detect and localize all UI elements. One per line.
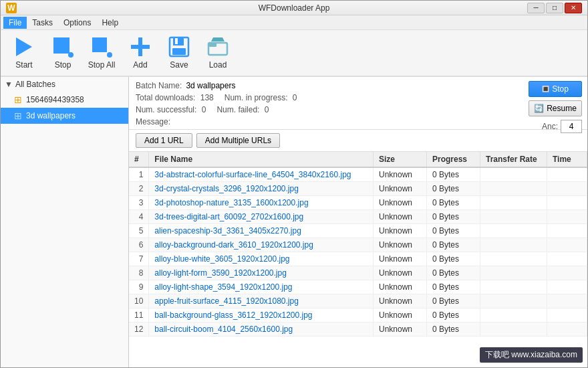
- col-time: Time: [547, 152, 587, 167]
- svg-rect-8: [131, 45, 150, 49]
- cell-progress: 0 Bytes: [427, 323, 480, 337]
- svg-rect-3: [53, 37, 69, 54]
- table-row[interactable]: 3 3d-photoshop-nature_3135_1600x1200.jpg…: [129, 196, 587, 210]
- cell-rate: [480, 280, 547, 294]
- stop-ctrl-button[interactable]: 🔳 Stop: [529, 81, 582, 97]
- batch-name-label: Batch Name:: [136, 81, 182, 90]
- cell-size: Unknown: [374, 182, 427, 196]
- cell-progress: 0 Bytes: [427, 238, 480, 252]
- right-controls: 🔳 Stop 🔄 Resume Anc:: [529, 81, 582, 133]
- cell-rate: [480, 294, 547, 308]
- cell-progress: 0 Bytes: [427, 308, 480, 323]
- cell-time: [547, 224, 587, 238]
- sidebar-batch-1-label: 1564694439358: [26, 95, 84, 104]
- table-row[interactable]: 8 alloy-light-form_3590_1920x1200.jpg Un…: [129, 266, 587, 280]
- col-rate: Transfer Rate: [480, 152, 547, 167]
- watermark-text: 下载吧: [485, 350, 509, 359]
- num-success-value: 0: [202, 105, 206, 114]
- anc-row: Anc:: [542, 120, 582, 133]
- start-button[interactable]: Start: [6, 33, 42, 72]
- cell-num: 11: [129, 308, 149, 323]
- maximize-button[interactable]: □: [546, 3, 563, 13]
- cell-time: [547, 266, 587, 280]
- cell-filename: alloy-blue-white_3605_1920x1200.jpg: [149, 252, 374, 266]
- cell-rate: [480, 266, 547, 280]
- table-row[interactable]: 7 alloy-blue-white_3605_1920x1200.jpg Un…: [129, 252, 587, 266]
- resume-ctrl-icon: 🔄: [534, 104, 544, 113]
- table-row[interactable]: 10 apple-fruit-surface_4115_1920x1080.jp…: [129, 294, 587, 308]
- load-button[interactable]: Load: [200, 33, 236, 72]
- svg-rect-5: [92, 37, 107, 52]
- stop-icon: [52, 36, 74, 58]
- folder-orange-icon: ⊞: [14, 94, 22, 105]
- cell-size: Unknown: [374, 196, 427, 210]
- stop-all-icon: [91, 36, 112, 58]
- sidebar-3d-wallpapers-label: 3d wallpapers: [26, 111, 76, 120]
- close-button[interactable]: ✕: [565, 3, 582, 13]
- file-table-container[interactable]: # File Name Size Progress Transfer Rate …: [129, 152, 587, 368]
- cell-time: [547, 252, 587, 266]
- table-row[interactable]: 11 ball-background-glass_3612_1920x1200.…: [129, 308, 587, 323]
- menu-bar: File Tasks Options Help: [1, 15, 587, 30]
- cell-num: 8: [129, 266, 149, 280]
- table-header: # File Name Size Progress Transfer Rate …: [129, 152, 587, 167]
- save-label: Save: [170, 60, 188, 70]
- cell-size: Unknown: [374, 224, 427, 238]
- cell-num: 12: [129, 323, 149, 337]
- cell-rate: [480, 252, 547, 266]
- cell-filename: 3d-photoshop-nature_3135_1600x1200.jpg: [149, 196, 374, 210]
- minimize-button[interactable]: ─: [527, 3, 545, 13]
- cell-progress: 0 Bytes: [427, 294, 480, 308]
- table-row[interactable]: 5 alien-spaceship-3d_3361_3405x2270.jpg …: [129, 224, 587, 238]
- stop-button[interactable]: Stop: [45, 33, 81, 72]
- cell-progress: 0 Bytes: [427, 224, 480, 238]
- num-progress-value: 0: [293, 93, 297, 102]
- title-bar: W WFDownloader App ─ □ ✕: [1, 1, 587, 15]
- menu-file[interactable]: File: [3, 17, 27, 29]
- menu-tasks[interactable]: Tasks: [27, 17, 58, 29]
- cell-time: [547, 182, 587, 196]
- cell-progress: 0 Bytes: [427, 182, 480, 196]
- sidebar-item-batch-1[interactable]: ⊞ 1564694439358: [1, 92, 128, 108]
- add-icon: [130, 36, 151, 58]
- menu-help[interactable]: Help: [96, 17, 124, 29]
- add-1-url-button[interactable]: Add 1 URL: [136, 133, 192, 148]
- add-multiple-urls-button[interactable]: Add Multiple URLs: [196, 133, 280, 148]
- cell-time: [547, 167, 587, 182]
- cell-num: 7: [129, 252, 149, 266]
- cell-time: [547, 323, 587, 337]
- cell-rate: [480, 224, 547, 238]
- add-label: Add: [133, 60, 147, 70]
- cell-filename: alloy-background-dark_3610_1920x1200.jpg: [149, 238, 374, 252]
- cell-num: 10: [129, 294, 149, 308]
- cell-num: 5: [129, 224, 149, 238]
- add-button[interactable]: Add: [122, 33, 158, 72]
- start-label: Start: [15, 60, 32, 70]
- sidebar-item-3d-wallpapers[interactable]: ⊞ 3d wallpapers: [1, 108, 128, 124]
- anc-input[interactable]: [561, 120, 582, 133]
- cell-filename: 3d-abstract-colorful-surface-line_64504_…: [149, 167, 374, 182]
- cell-rate: [480, 167, 547, 182]
- cell-size: Unknown: [374, 294, 427, 308]
- cell-filename: alloy-light-shape_3594_1920x1200.jpg: [149, 280, 374, 294]
- menu-options[interactable]: Options: [58, 17, 96, 29]
- cell-num: 2: [129, 182, 149, 196]
- stop-all-button[interactable]: Stop All: [84, 33, 120, 72]
- sidebar-arrow-icon: ▼: [5, 80, 13, 89]
- cell-rate: [480, 323, 547, 337]
- cell-filename: alien-spaceship-3d_3361_3405x2270.jpg: [149, 224, 374, 238]
- resume-ctrl-label: Resume: [547, 104, 577, 113]
- table-row[interactable]: 6 alloy-background-dark_3610_1920x1200.j…: [129, 238, 587, 252]
- table-row[interactable]: 12 ball-circuit-boom_4104_2560x1600.jpg …: [129, 323, 587, 337]
- save-button[interactable]: Save: [161, 33, 197, 72]
- table-row[interactable]: 9 alloy-light-shape_3594_1920x1200.jpg U…: [129, 280, 587, 294]
- table-row[interactable]: 4 3d-trees-digital-art_60092_2702x1600.j…: [129, 210, 587, 224]
- table-row[interactable]: 1 3d-abstract-colorful-surface-line_6450…: [129, 167, 587, 182]
- all-batches-header[interactable]: ▼ All Batches: [1, 77, 128, 92]
- cell-time: [547, 238, 587, 252]
- table-row[interactable]: 2 3d-crystal-crystals_3296_1920x1200.jpg…: [129, 182, 587, 196]
- right-panel: Batch Name: 3d wallpapers Total download…: [129, 77, 587, 368]
- batch-info: Batch Name: 3d wallpapers Total download…: [129, 77, 587, 130]
- watermark-url: www.xiazaiba.com: [511, 350, 577, 359]
- resume-ctrl-button[interactable]: 🔄 Resume: [529, 100, 582, 116]
